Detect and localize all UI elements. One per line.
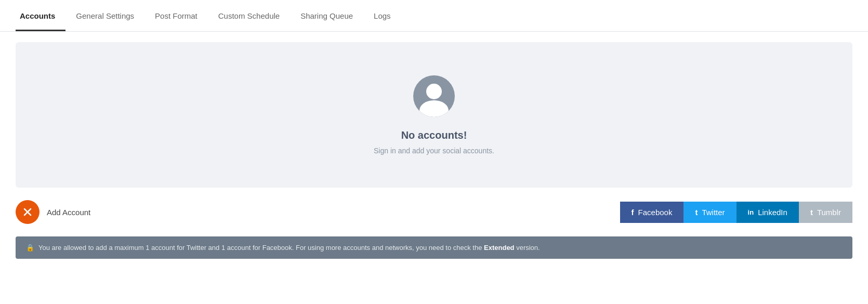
empty-subtitle: Sign in and add your social accounts. (374, 147, 494, 155)
info-banner: 🔒 You are allowed to add a maximum 1 acc… (16, 236, 852, 259)
close-button[interactable] (16, 200, 40, 224)
tumblr-icon: t (810, 208, 813, 217)
lock-icon: 🔒 (26, 244, 34, 252)
tab-accounts[interactable]: Accounts (16, 0, 65, 31)
extended-link[interactable]: Extended (484, 244, 515, 252)
add-account-label: Add Account (47, 208, 90, 217)
twitter-icon: t (695, 208, 698, 217)
add-account-wrapper: Add Account (16, 200, 90, 224)
empty-state-card: No accounts! Sign in and add your social… (16, 42, 852, 188)
tab-custom-schedule[interactable]: Custom Schedule (208, 0, 290, 31)
facebook-connect-button[interactable]: f Facebook (620, 202, 684, 223)
social-buttons-group: f Facebook t Twitter in LinkedIn t Tumbl… (620, 202, 852, 223)
facebook-label: Facebook (638, 208, 673, 217)
linkedin-connect-button[interactable]: in LinkedIn (737, 202, 799, 223)
facebook-icon: f (632, 208, 634, 217)
main-content: No accounts! Sign in and add your social… (0, 32, 868, 304)
twitter-connect-button[interactable]: t Twitter (683, 202, 736, 223)
tab-post-format[interactable]: Post Format (144, 0, 208, 31)
tab-general-settings[interactable]: General Settings (65, 0, 144, 31)
info-banner-text: You are allowed to add a maximum 1 accou… (38, 244, 540, 252)
empty-title: No accounts! (401, 129, 467, 141)
twitter-label: Twitter (702, 208, 725, 217)
bottom-action-row: Add Account f Facebook t Twitter in Link… (16, 196, 852, 228)
tab-logs[interactable]: Logs (363, 0, 401, 31)
x-icon (22, 207, 33, 217)
tab-sharing-queue[interactable]: Sharing Queue (290, 0, 363, 31)
tab-navigation: Accounts General Settings Post Format Cu… (0, 0, 868, 32)
tumblr-label: Tumblr (817, 208, 841, 217)
linkedin-label: LinkedIn (758, 208, 787, 217)
user-avatar-icon (413, 75, 455, 117)
linkedin-icon: in (748, 208, 754, 216)
tumblr-connect-button[interactable]: t Tumblr (799, 202, 852, 223)
